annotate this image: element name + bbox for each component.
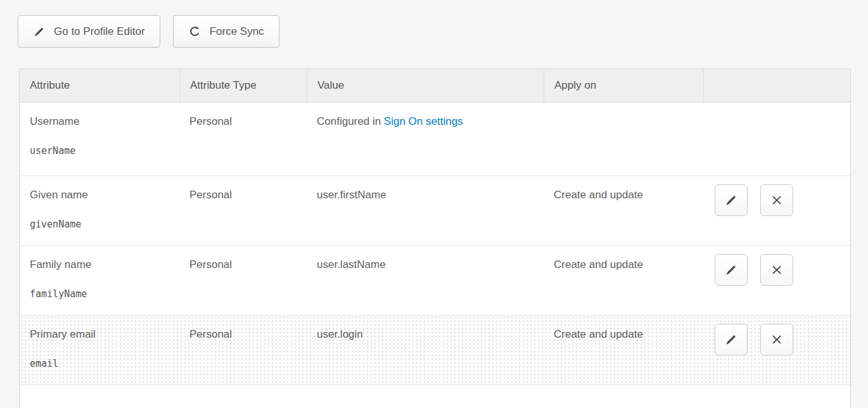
toolbar: Go to Profile Editor Force Sync — [0, 0, 868, 48]
close-icon — [770, 264, 783, 276]
value-cell: user.lastName — [307, 246, 544, 315]
go-to-profile-editor-button[interactable]: Go to Profile Editor — [18, 15, 160, 48]
attribute-variable-name: familyName — [30, 288, 169, 300]
attribute-label: Username — [30, 115, 169, 128]
actions-cell — [703, 316, 850, 385]
attribute-variable-name: email — [30, 358, 169, 369]
pencil-icon — [724, 193, 738, 207]
sign-on-settings-link[interactable]: Sign On settings — [384, 115, 463, 127]
attribute-type-cell: Personal — [179, 103, 307, 175]
attribute-type-cell: Personal — [179, 246, 307, 315]
table-row-given-name: Given name givenName Personal user.first… — [20, 176, 850, 246]
delete-attribute-button[interactable] — [760, 254, 793, 286]
attribute-label: Primary email — [30, 328, 169, 341]
actions-cell — [703, 103, 850, 175]
edit-attribute-button[interactable] — [715, 184, 748, 216]
table-row-partial — [20, 385, 850, 408]
attribute-type-cell: Personal — [179, 176, 307, 245]
column-header-attribute: Attribute — [20, 69, 179, 102]
delete-attribute-button[interactable] — [760, 184, 793, 216]
value-cell: user.login — [307, 316, 544, 385]
attribute-cell: Family name familyName — [20, 246, 179, 315]
actions-cell — [703, 246, 850, 315]
table-header-row: Attribute Attribute Type Value Apply on — [20, 69, 850, 103]
apply-on-cell: Create and update — [544, 246, 703, 315]
force-sync-label: Force Sync — [210, 25, 264, 38]
column-header-actions — [703, 69, 850, 102]
attribute-cell: Given name givenName — [20, 176, 179, 245]
pencil-icon — [33, 25, 46, 38]
attribute-label: Given name — [30, 189, 169, 201]
edit-attribute-button[interactable] — [715, 324, 748, 355]
edit-attribute-button[interactable] — [715, 254, 748, 286]
go-to-profile-editor-label: Go to Profile Editor — [54, 25, 145, 38]
value-cell: user.firstName — [307, 176, 544, 245]
table-row-family-name: Family name familyName Personal user.las… — [20, 246, 850, 316]
column-header-value: Value — [307, 69, 544, 102]
force-sync-button[interactable]: Force Sync — [173, 15, 279, 48]
apply-on-cell: Create and update — [544, 316, 703, 385]
table-row-primary-email: Primary email email Personal user.login … — [20, 316, 850, 385]
pencil-icon — [724, 333, 738, 347]
table-row-username: Username userName Personal Configured in… — [20, 103, 850, 176]
delete-attribute-button[interactable] — [760, 324, 793, 355]
value-prefix-text: Configured in — [317, 115, 384, 127]
attribute-cell: Primary email email — [20, 316, 179, 385]
apply-on-cell — [544, 103, 703, 175]
attribute-label: Family name — [30, 258, 169, 271]
attribute-variable-name: givenName — [30, 219, 169, 230]
attribute-type-cell: Personal — [179, 316, 307, 385]
close-icon — [770, 333, 783, 346]
value-cell: Configured in Sign On settings — [307, 103, 544, 175]
close-icon — [770, 194, 783, 207]
attribute-variable-name: userName — [30, 145, 169, 156]
attribute-mappings-table: Attribute Attribute Type Value Apply on … — [19, 68, 851, 408]
attribute-cell: Username userName — [20, 103, 179, 175]
pencil-icon — [724, 263, 738, 277]
column-header-apply-on: Apply on — [544, 69, 703, 102]
column-header-attribute-type: Attribute Type — [179, 69, 307, 102]
refresh-icon — [188, 25, 201, 38]
actions-cell — [703, 176, 850, 245]
apply-on-cell: Create and update — [544, 176, 703, 245]
